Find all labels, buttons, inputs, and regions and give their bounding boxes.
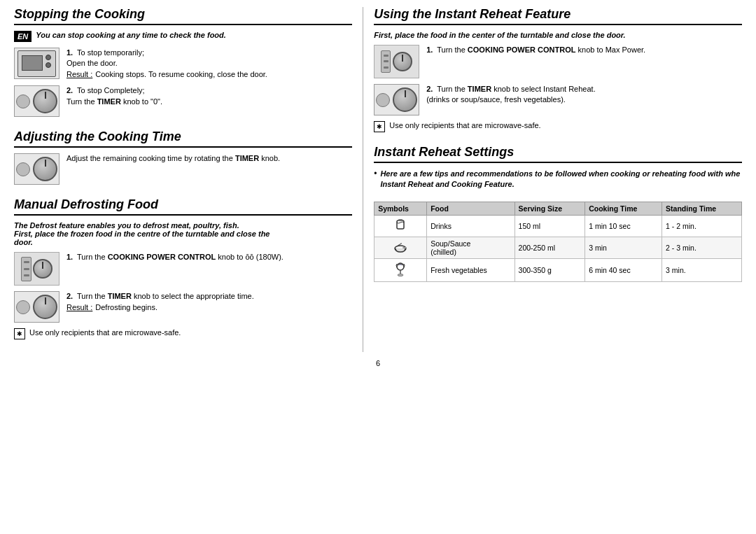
table-header: Symbols Food Serving Size Cooking Time S… xyxy=(374,202,742,215)
section-stopping: Stopping the Cooking EN You can stop coo… xyxy=(14,7,352,117)
stopping-intro-text: You can stop cooking at any time to chec… xyxy=(36,31,226,39)
knob-image-1 xyxy=(14,85,59,117)
note-icon-1: ✱ xyxy=(14,328,25,339)
row1-food: Drinks xyxy=(427,215,514,237)
soup-icon xyxy=(393,239,408,253)
result-text-1: Cooking stops. To resume cooking, close … xyxy=(95,69,267,80)
adjusting-title: Adjusting the Cooking Time xyxy=(14,129,352,148)
reheat-step2-text: 2. Turn the TIMER knob to select Instant… xyxy=(426,84,596,106)
result-line-2: Result : Defrosting begins. xyxy=(66,302,254,313)
section-instant-reheat: Using the Instant Reheat Feature First, … xyxy=(374,7,742,132)
reheat-settings-title: Instant Reheat Settings xyxy=(374,145,742,163)
knob-circle-3 xyxy=(33,295,57,319)
result-label-2: Result : xyxy=(66,302,92,313)
microwave-controls xyxy=(46,55,52,74)
row2-food: Soup/Sauce(chilled) xyxy=(427,237,514,258)
cooking-power-image xyxy=(14,252,59,286)
page-number: 6 xyxy=(14,359,742,367)
col-serving: Serving Size xyxy=(514,202,585,215)
stopping-step1-block: 1. To stop temporarily; Open the door. R… xyxy=(14,48,352,80)
power-knob-circle xyxy=(33,259,52,279)
reheat-step-num-1: 1. xyxy=(426,45,433,54)
row1-serving: 150 ml xyxy=(514,215,585,237)
manual-step-num-1: 1. xyxy=(66,253,73,261)
knob-circle-1 xyxy=(33,89,57,113)
drinks-icon xyxy=(393,218,407,232)
svg-point-6 xyxy=(398,274,403,276)
knob-circle-4 xyxy=(393,87,417,112)
col-food: Food xyxy=(427,202,514,215)
stopping-intro: EN You can stop cooking at any time to c… xyxy=(14,31,352,42)
section-adjusting: Adjusting the Cooking Time Adjust the re… xyxy=(14,129,352,185)
section-reheat-settings: Instant Reheat Settings • Here are a few… xyxy=(374,145,742,282)
manual-step1-block: 1. Turn the COOKING POWER CONTROL knob t… xyxy=(14,252,352,286)
step-num-2: 2. xyxy=(66,86,73,94)
microwave-body xyxy=(18,50,56,77)
adjusting-text: Adjust the remaining cooking time by rot… xyxy=(66,153,280,164)
stopping-title: Stopping the Cooking xyxy=(14,7,352,25)
reheat-note: ✱ Use only recipients that are microwave… xyxy=(374,121,742,132)
row3-standing: 3 min. xyxy=(662,258,742,281)
manual-step2-block: 2. Turn the TIMER knob to select the app… xyxy=(14,291,352,323)
step-num-1: 1. xyxy=(66,48,73,57)
stopping-step2-block: 2. To stop Completely; Turn the TIMER kn… xyxy=(14,85,352,117)
knob-image-3 xyxy=(14,291,59,323)
knob-image-2 xyxy=(14,153,59,185)
result-text-2: Defrosting begins. xyxy=(95,302,158,313)
reheat-power-knob xyxy=(393,52,412,71)
result-label-1: Result : xyxy=(66,69,92,80)
manual-step-num-2: 2. xyxy=(66,292,73,300)
row1-cooking-time: 1 min 10 sec xyxy=(585,215,662,237)
knob-mark-3 xyxy=(45,297,46,304)
section-manual: Manual Defrosting Food The Defrost featu… xyxy=(14,197,352,339)
settings-table: Symbols Food Serving Size Cooking Time S… xyxy=(374,202,742,282)
row1-standing: 1 - 2 min. xyxy=(662,215,742,237)
manual-intro: The Defrost feature enables you to defro… xyxy=(14,221,352,246)
svg-rect-1 xyxy=(398,219,402,220)
power-knob-mark xyxy=(42,262,43,269)
row2-serving: 200-250 ml xyxy=(514,237,585,258)
table-row: Fresh vegetables 300-350 g 6 min 40 sec … xyxy=(374,258,742,281)
row3-serving: 300-350 g xyxy=(514,258,585,281)
table-row: Drinks 150 ml 1 min 10 sec 1 - 2 min. xyxy=(374,215,742,237)
reheat-step-num-2: 2. xyxy=(426,85,433,93)
manual-step1-text: 1. Turn the COOKING POWER CONTROL knob t… xyxy=(66,252,284,262)
ctrl-dot-1 xyxy=(46,55,51,60)
row3-cooking-time: 6 min 40 sec xyxy=(585,258,662,281)
knob-circle-2 xyxy=(33,157,57,181)
microwave-image xyxy=(14,48,59,79)
col-standing-time: Standing Time xyxy=(662,202,742,215)
manual-title: Manual Defrosting Food xyxy=(14,197,352,216)
note-icon-2: ✱ xyxy=(374,121,385,132)
left-column: Stopping the Cooking EN You can stop coo… xyxy=(14,7,363,352)
table-header-row: Symbols Food Serving Size Cooking Time S… xyxy=(374,202,742,215)
vegetables-icon xyxy=(393,261,408,276)
right-column: Using the Instant Reheat Feature First, … xyxy=(363,7,742,352)
first-place-text: First, place the food in the center of t… xyxy=(374,31,742,39)
manual-step2-text: 2. Turn the TIMER knob to select the app… xyxy=(66,291,254,313)
reheat-power-image xyxy=(374,45,419,78)
microwave-screen xyxy=(22,55,43,71)
reheat-step1-block: 1. Turn the COOKING POWER CONTROL knob t… xyxy=(374,45,742,78)
col-symbols: Symbols xyxy=(374,202,427,215)
reheat-step1-text: 1. Turn the COOKING POWER CONTROL knob t… xyxy=(426,45,645,55)
row2-standing: 2 - 3 min. xyxy=(662,237,742,258)
knob-mark-1 xyxy=(45,92,46,99)
stopping-step1-text: 1. To stop temporarily; Open the door. R… xyxy=(66,48,267,80)
instant-reheat-title: Using the Instant Reheat Feature xyxy=(374,7,742,25)
knob-image-4 xyxy=(374,84,419,115)
manual-note-text: Use only recipients that are microwave-s… xyxy=(29,328,181,337)
table-row: Soup/Sauce(chilled) 200-250 ml 3 min 2 -… xyxy=(374,237,742,258)
reheat-note-text: Use only recipients that are microwave-s… xyxy=(389,121,540,129)
manual-note: ✱ Use only recipients that are microwave… xyxy=(14,328,352,339)
svg-rect-3 xyxy=(402,247,407,248)
reheat-power-knob-mark xyxy=(402,55,403,62)
ctrl-dot-2 xyxy=(46,62,51,68)
en-badge: EN xyxy=(14,31,31,42)
col-cooking-time: Cooking Time xyxy=(585,202,662,215)
result-line-1: Result : Cooking stops. To resume cookin… xyxy=(66,69,267,80)
reheat-step2-block: 2. Turn the TIMER knob to select Instant… xyxy=(374,84,742,115)
table-body: Drinks 150 ml 1 min 10 sec 1 - 2 min. xyxy=(374,215,742,281)
row3-symbol xyxy=(374,258,427,281)
manual-intro-text: The Defrost feature enables you to defro… xyxy=(14,221,270,246)
